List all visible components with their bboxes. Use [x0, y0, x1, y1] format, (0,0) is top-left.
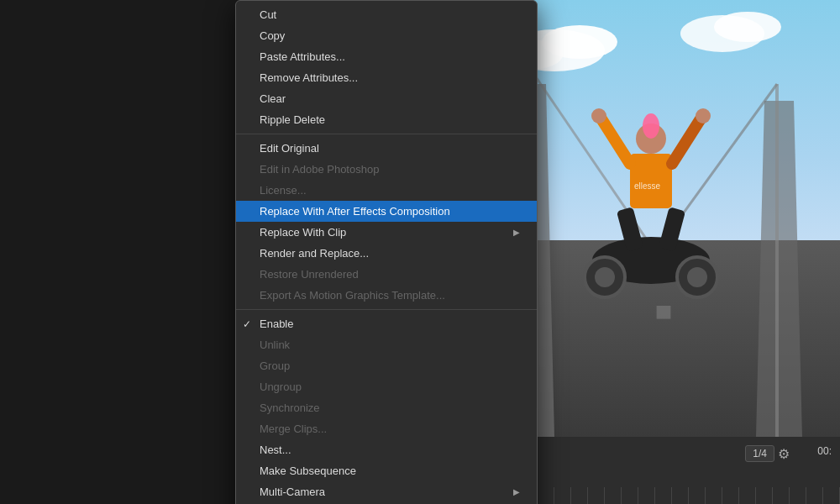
- menu-label-ungroup: Ungroup: [260, 381, 302, 393]
- menu-item-clear[interactable]: Clear: [236, 88, 537, 109]
- menu-label-paste-attributes: Paste Attributes...: [260, 50, 345, 63]
- video-scene-svg: ellesse: [487, 0, 840, 437]
- menu-label-multi-camera: Multi-Camera: [260, 486, 325, 498]
- menu-item-render-replace[interactable]: Render and Replace...: [236, 243, 537, 264]
- menu-item-license: License...: [236, 180, 537, 201]
- svg-point-20: [643, 113, 659, 139]
- svg-point-24: [595, 267, 615, 287]
- menu-label-replace-ae: Replace With After Effects Composition: [260, 205, 450, 218]
- timecode-display: 00:: [817, 445, 832, 457]
- timeline-ruler: [487, 487, 840, 504]
- svg-text:ellesse: ellesse: [634, 181, 661, 191]
- submenu-arrow-icon: ▶: [513, 487, 520, 496]
- menu-item-multi-camera[interactable]: Multi-Camera▶: [236, 481, 537, 502]
- svg-point-25: [687, 267, 707, 287]
- menu-label-enable: Enable: [260, 318, 293, 330]
- menu-item-ungroup: Ungroup: [236, 376, 537, 397]
- context-menu: CutCopyPaste Attributes...Remove Attribu…: [235, 0, 538, 504]
- svg-point-17: [591, 108, 606, 123]
- settings-icon[interactable]: ⚙: [778, 446, 790, 462]
- menu-item-replace-ae[interactable]: Replace With After Effects Composition: [236, 201, 537, 222]
- menu-item-cut[interactable]: Cut: [236, 4, 537, 25]
- menu-separator: [236, 309, 537, 310]
- playback-fraction[interactable]: 1/4 ⚙: [745, 445, 790, 462]
- menu-item-edit-original[interactable]: Edit Original: [236, 138, 537, 159]
- menu-label-remove-attributes: Remove Attributes...: [260, 71, 358, 84]
- menu-label-license: License...: [260, 184, 307, 197]
- menu-label-make-subsequence: Make Subsequence: [260, 465, 356, 477]
- svg-point-19: [696, 108, 711, 123]
- menu-label-nest: Nest...: [260, 444, 291, 456]
- menu-item-export-motion: Export As Motion Graphics Template...: [236, 285, 537, 306]
- menu-label-ripple-delete: Ripple Delete: [260, 113, 325, 126]
- menu-item-nest[interactable]: Nest...: [236, 439, 537, 460]
- video-toolbar: 1/4 ⚙ 00:: [487, 437, 840, 504]
- menu-item-enable[interactable]: ✓Enable: [236, 313, 537, 334]
- menu-item-restore-unrendered: Restore Unrendered: [236, 264, 537, 285]
- menu-item-make-subsequence[interactable]: Make Subsequence: [236, 460, 537, 481]
- menu-label-render-replace: Render and Replace...: [260, 247, 369, 260]
- fraction-value[interactable]: 1/4: [745, 445, 774, 462]
- menu-label-group: Group: [260, 360, 290, 372]
- menu-label-clear: Clear: [260, 92, 286, 105]
- menu-label-synchronize: Synchronize: [260, 402, 320, 414]
- video-preview-panel: using iCloud.: [487, 0, 840, 504]
- menu-item-copy[interactable]: Copy: [236, 25, 537, 46]
- menu-item-paste-attributes[interactable]: Paste Attributes...: [236, 46, 537, 67]
- video-frame: ellesse: [487, 0, 840, 437]
- menu-separator: [236, 134, 537, 134]
- submenu-arrow-icon: ▶: [513, 228, 520, 237]
- menu-item-replace-clip[interactable]: Replace With Clip▶: [236, 222, 537, 243]
- menu-item-ripple-delete[interactable]: Ripple Delete: [236, 109, 537, 130]
- menu-label-copy: Copy: [260, 29, 285, 42]
- menu-label-cut: Cut: [260, 8, 276, 21]
- menu-item-synchronize: Synchronize: [236, 397, 537, 418]
- menu-item-unlink: Unlink: [236, 334, 537, 355]
- menu-label-export-motion: Export As Motion Graphics Template...: [260, 289, 445, 302]
- svg-rect-7: [657, 306, 671, 319]
- menu-label-replace-clip: Replace With Clip: [260, 226, 346, 239]
- svg-point-5: [714, 12, 781, 42]
- menu-label-unlink: Unlink: [260, 339, 290, 351]
- menu-label-restore-unrendered: Restore Unrendered: [260, 268, 359, 281]
- timecode-value: 00:: [817, 445, 832, 457]
- menu-item-merge-clips: Merge Clips...: [236, 418, 537, 439]
- checkmark-icon: ✓: [243, 318, 251, 330]
- menu-item-group: Group: [236, 355, 537, 376]
- menu-item-edit-photoshop: Edit in Adobe Photoshop: [236, 159, 537, 180]
- menu-label-edit-photoshop: Edit in Adobe Photoshop: [260, 163, 379, 176]
- menu-item-remove-attributes[interactable]: Remove Attributes...: [236, 67, 537, 88]
- menu-label-merge-clips: Merge Clips...: [260, 423, 327, 435]
- menu-label-edit-original: Edit Original: [260, 142, 319, 155]
